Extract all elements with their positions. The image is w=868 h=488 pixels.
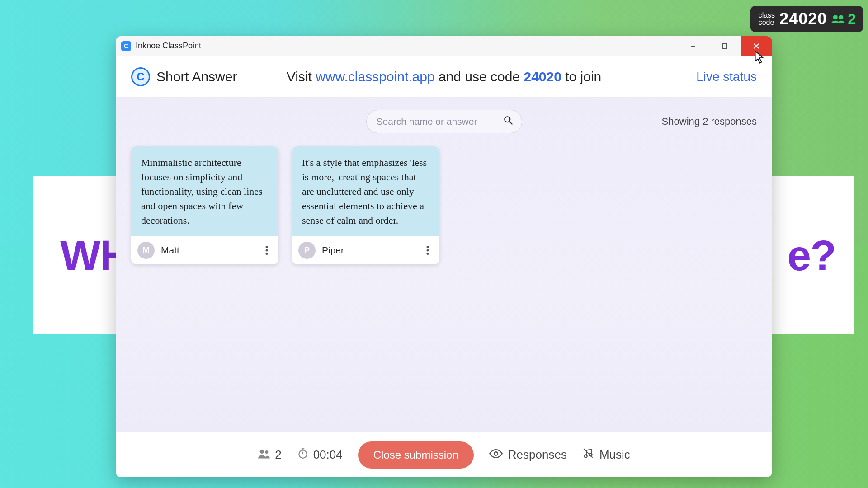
people-icon xyxy=(831,11,845,28)
close-submission-button[interactable]: Close submission xyxy=(358,441,474,469)
svg-point-11 xyxy=(427,253,429,255)
music-off-icon xyxy=(582,447,594,462)
join-url[interactable]: www.classpoint.app xyxy=(316,69,434,84)
activity-title: Short Answer xyxy=(156,69,237,84)
svg-point-13 xyxy=(265,450,269,454)
app-icon: C xyxy=(121,41,131,51)
svg-point-9 xyxy=(427,246,429,248)
svg-point-1 xyxy=(839,15,843,19)
maximize-button[interactable] xyxy=(709,36,741,56)
response-text: Minimalistic architecture focuses on sim… xyxy=(131,146,278,236)
titlebar: C Inknoe ClassPoint xyxy=(116,36,772,56)
author-name: Piper xyxy=(322,245,416,256)
people-icon xyxy=(258,448,270,462)
author-name: Matt xyxy=(161,245,255,256)
live-status-button[interactable]: Live status xyxy=(696,70,757,84)
responses-body: Showing 2 responses Minimalistic archite… xyxy=(116,98,772,432)
card-menu-button[interactable] xyxy=(261,246,272,255)
classpoint-window: C Inknoe ClassPoint C Short Answer Visit… xyxy=(116,36,772,477)
svg-point-6 xyxy=(266,246,268,248)
close-window-button[interactable] xyxy=(741,36,772,56)
avatar: M xyxy=(137,242,155,259)
music-button[interactable]: Music xyxy=(582,447,630,462)
response-count-label: Showing 2 responses xyxy=(662,116,757,127)
search-box[interactable] xyxy=(366,110,522,133)
join-code: 24020 xyxy=(524,69,561,84)
response-card[interactable]: It's a style that emphasizes 'less is mo… xyxy=(292,146,439,264)
classpoint-logo-icon: C xyxy=(131,67,150,86)
svg-rect-3 xyxy=(722,44,727,48)
timer-icon xyxy=(297,447,309,462)
avatar: P xyxy=(298,242,316,259)
responses-button[interactable]: Responses xyxy=(489,448,567,462)
class-code-badge[interactable]: class code 24020 2 xyxy=(750,6,863,32)
eye-icon xyxy=(489,448,503,462)
svg-point-12 xyxy=(260,450,264,454)
window-title: Inknoe ClassPoint xyxy=(136,41,201,51)
join-instructions: Visit www.classpoint.app and use code 24… xyxy=(287,69,602,84)
svg-point-18 xyxy=(494,452,498,455)
response-cards: Minimalistic architecture focuses on sim… xyxy=(131,146,757,264)
class-code-label: class code xyxy=(759,12,775,26)
svg-point-19 xyxy=(584,455,587,458)
response-text: It's a style that emphasizes 'less is mo… xyxy=(292,146,439,236)
svg-point-7 xyxy=(266,249,268,252)
response-card[interactable]: Minimalistic architecture focuses on sim… xyxy=(131,146,278,264)
search-input[interactable] xyxy=(377,116,498,127)
class-code-value: 24020 xyxy=(779,9,827,28)
search-icon[interactable] xyxy=(503,115,514,128)
participant-stat: 2 xyxy=(258,448,281,462)
svg-point-8 xyxy=(266,253,268,255)
card-menu-button[interactable] xyxy=(422,246,433,255)
bottom-toolbar: 2 00:04 Close submission Responses Music xyxy=(116,432,772,477)
timer-stat: 00:04 xyxy=(297,447,343,462)
slide-question-fragment-right: e? xyxy=(787,231,835,280)
minimize-button[interactable] xyxy=(677,36,709,56)
activity-header: C Short Answer Visit www.classpoint.app … xyxy=(116,56,772,98)
svg-point-10 xyxy=(427,249,429,252)
participant-count: 2 xyxy=(831,11,856,28)
svg-point-0 xyxy=(833,15,838,19)
